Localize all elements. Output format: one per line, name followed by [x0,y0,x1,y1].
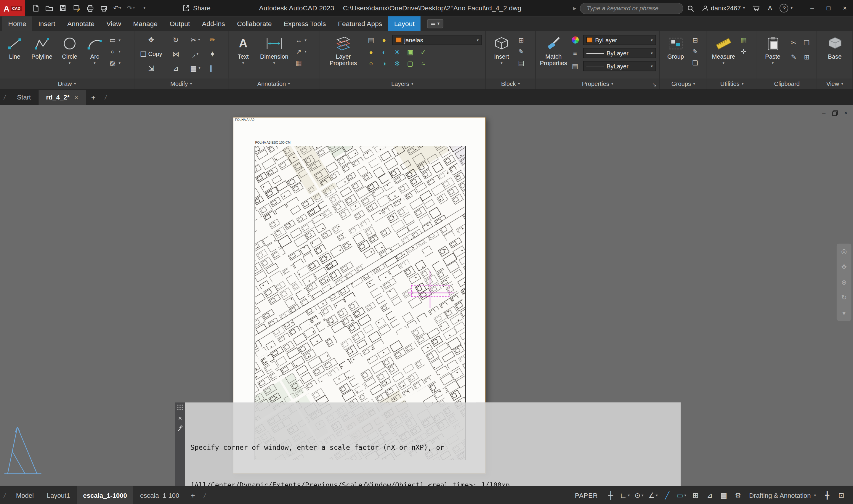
ribbon-tab[interactable]: Express Tools [278,16,332,31]
offset-icon[interactable]: ∥ [206,64,223,72]
save-as-icon[interactable] [70,2,83,15]
leader-icon[interactable]: ↗ ▾ [294,48,306,56]
polar-tracking-icon[interactable]: ∠ ▾ [647,489,659,501]
color-wheel-icon[interactable] [570,36,580,44]
ribbon-tab[interactable]: Annotate [61,16,101,31]
id-point-icon[interactable]: ✛ [739,48,748,56]
paste-button[interactable]: Paste ▾ [761,33,785,77]
ribbon-tab[interactable]: Manage [127,16,163,31]
ribbon-tab[interactable]: Featured Apps [332,16,388,31]
cut-icon[interactable]: ✂ [787,38,800,47]
modify-panel-label[interactable]: Modify ▾ [135,78,228,89]
polyline-button[interactable]: Polyline [29,33,56,77]
table-icon[interactable]: ▦ [294,59,306,67]
ribbon-tab[interactable]: Home [2,16,32,31]
paste-special-icon[interactable]: ✎ [787,53,800,61]
rectangle-icon[interactable]: ▭ ▾ [108,36,121,44]
document-tab[interactable]: rd_4_2* × [38,90,86,105]
new-file-icon[interactable] [29,2,42,15]
app-store-icon[interactable]: A [768,4,772,12]
steering-wheel-icon[interactable]: ◎ [841,248,847,255]
layer-lock-icon[interactable]: ▣ [405,48,415,57]
move-icon[interactable]: ✥ [135,36,167,44]
layout-tab[interactable]: escala_1-1000 [76,486,133,504]
layer-isolate-icon[interactable]: ◐ [379,48,389,57]
drag-grip-icon[interactable] [177,404,183,411]
block-editor-icon[interactable]: ▤ [516,59,526,67]
clipboard-panel-label[interactable]: Clipboard [757,78,817,89]
annotation-visibility-icon[interactable]: ▤ [718,489,730,501]
layer-bulb-icon[interactable]: ● [379,36,389,44]
panel-expander-icon[interactable]: ↘ [652,82,656,88]
layer-unisolate-icon[interactable]: ◑ [379,59,389,68]
linetype-dropdown[interactable]: ByLayer ▾ [583,61,656,71]
drawing-restore-button[interactable] [832,110,837,115]
close-tab-icon[interactable]: × [75,94,78,101]
clean-screen-icon[interactable]: ⊡ [835,489,847,501]
layer-match-icon[interactable]: ≈ [418,59,428,68]
ribbon-tab[interactable]: View [101,16,127,31]
orbit-icon[interactable]: ↻ [841,294,847,302]
close-icon[interactable]: × [178,415,182,421]
drawing-minimize-button[interactable]: – [822,110,825,116]
write-block-icon[interactable]: ✎ [516,48,526,56]
groups-panel-label[interactable]: Groups ▾ [660,78,707,89]
plot-icon[interactable] [84,2,96,15]
minimize-button[interactable]: – [804,0,820,16]
array-icon[interactable]: ▦ ▾ [184,64,206,72]
command-line-rail[interactable]: × [175,402,185,486]
zoom-icon[interactable]: ⊕ [841,278,847,286]
undo-icon[interactable]: ↶ ▾ [111,2,124,15]
block-panel-label[interactable]: Block ▾ [486,78,535,89]
workspace-switcher[interactable]: Drafting & Annotation ▾ [749,491,816,499]
layer-state-icon[interactable]: ▤ [366,36,376,44]
explode-icon[interactable]: ✶ [206,50,223,58]
layer-make-current-icon[interactable]: ✓ [418,48,428,57]
match-properties-button[interactable]: Match Properties [539,33,568,77]
wrench-icon[interactable] [177,425,183,431]
share-button[interactable]: Share [182,4,211,12]
ungroup-icon[interactable]: ⊟ [690,36,700,44]
rotate-icon[interactable]: ↻ [167,36,184,44]
layout-tab[interactable]: Model [10,486,40,504]
layer-unlock-icon[interactable]: ▢ [405,59,415,68]
ribbon-tab[interactable]: Add-ins [196,16,231,31]
save-icon[interactable] [57,2,69,15]
nav-more-icon[interactable]: ▾ [842,309,846,317]
create-block-icon[interactable]: ⊞ [516,36,526,44]
search-icon[interactable] [687,5,694,12]
lineweight-icon[interactable]: ≡ [570,49,580,57]
layout-tab[interactable]: Layout1 [40,486,77,504]
layer-properties-button[interactable]: Layer Properties [322,33,364,77]
pan-icon[interactable]: ✥ [841,263,847,271]
dim-linear-icon[interactable]: ↔ ▾ [294,36,306,44]
group-select-icon[interactable]: ❏ [690,59,700,67]
new-drawing-button[interactable]: + [86,90,101,105]
user-account-button[interactable]: danix2467 ▾ [701,4,745,12]
drawing-close-button[interactable]: × [844,110,848,116]
snap-grid-icon[interactable]: ┼ [604,489,617,501]
arc-button[interactable]: Arc ▾ [84,33,105,77]
copy-clip-icon[interactable]: ❏ [800,38,813,47]
ribbon-display-toggle[interactable]: ▬ ▾ [427,19,443,28]
annotation-scale-icon[interactable]: ⊿ [704,489,716,501]
view-panel-label[interactable]: View ▾ [817,78,852,89]
layer-freeze-icon[interactable]: ☀ [392,48,402,57]
measure-button[interactable]: Measure ▾ [711,33,736,77]
layer-dropdown[interactable]: janelas ▾ [392,35,482,45]
linetype-icon[interactable]: ▤ [570,61,580,70]
maximize-button[interactable]: □ [820,0,837,16]
utilities-panel-label[interactable]: Utilities ▾ [707,78,757,89]
drawing-area[interactable]: – × FOLHA A4A0 FOLHA A3 ESC 100 CM [0,105,853,486]
copy-icon[interactable]: ❏ Copy [135,50,167,58]
erase-icon[interactable]: ✏ [206,36,223,44]
layer-on-icon[interactable]: ○ [366,59,376,68]
base-button[interactable]: Base [821,33,848,77]
lineweight-dropdown[interactable]: ByLayer ▾ [583,48,656,58]
redo-icon[interactable]: ↷ ▾ [125,2,137,15]
draw-panel-label[interactable]: Draw ▾ [0,78,134,89]
ribbon-tab[interactable]: Layout [388,16,420,31]
isodraft-icon[interactable]: ⊙ ▾ [633,489,645,501]
properties-panel-label[interactable]: Properties ▾ ↘ [536,78,659,89]
dynamic-input-icon[interactable]: ▭ ▾ [675,489,688,501]
